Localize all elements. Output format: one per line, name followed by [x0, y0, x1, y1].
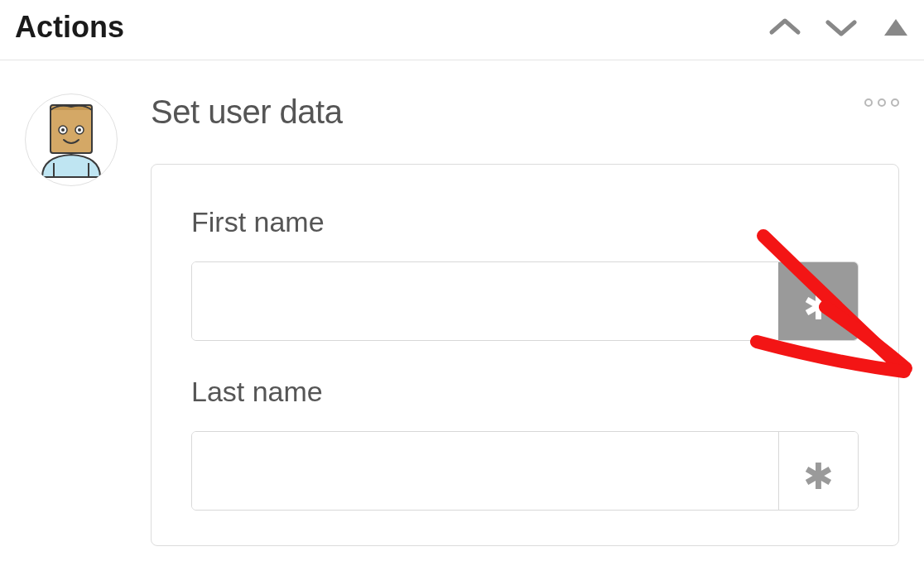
svg-rect-0 [51, 105, 92, 153]
avatar-column [25, 94, 118, 546]
first-name-input[interactable] [192, 262, 778, 340]
svg-point-4 [78, 128, 81, 132]
main-column: Set user data First name ✱ Last name [151, 94, 899, 546]
field-first-name: First name ✱ [191, 206, 859, 341]
svg-point-2 [61, 128, 65, 132]
first-name-input-row: ✱ [191, 261, 859, 341]
chevron-down-icon [825, 17, 858, 37]
asterisk-icon: ✱ [803, 285, 834, 328]
move-down-button[interactable] [823, 15, 859, 40]
header-controls [767, 15, 907, 40]
form-card: First name ✱ Last name ✱ [151, 164, 899, 546]
ellipsis-dot-icon [891, 98, 899, 107]
avatar-icon [34, 98, 108, 181]
last-name-asterisk-button[interactable]: ✱ [778, 432, 858, 510]
collapse-button[interactable] [884, 19, 907, 36]
last-name-input-row: ✱ [191, 431, 859, 511]
chevron-up-icon [768, 17, 801, 37]
section-header: Actions [0, 0, 924, 60]
ellipsis-dot-icon [878, 98, 886, 107]
card-header: Set user data [151, 94, 899, 131]
first-name-label: First name [191, 206, 859, 238]
avatar [25, 94, 118, 186]
more-options-button[interactable] [864, 94, 899, 107]
card-title: Set user data [151, 94, 342, 131]
field-last-name: Last name ✱ [191, 376, 859, 511]
first-name-asterisk-button[interactable]: ✱ [778, 262, 858, 340]
asterisk-icon: ✱ [803, 455, 834, 497]
last-name-input[interactable] [192, 432, 778, 510]
content-area: Set user data First name ✱ Last name [0, 60, 924, 546]
section-title: Actions [15, 10, 124, 45]
move-up-button[interactable] [767, 15, 803, 40]
last-name-label: Last name [191, 376, 859, 408]
ellipsis-dot-icon [864, 98, 873, 107]
